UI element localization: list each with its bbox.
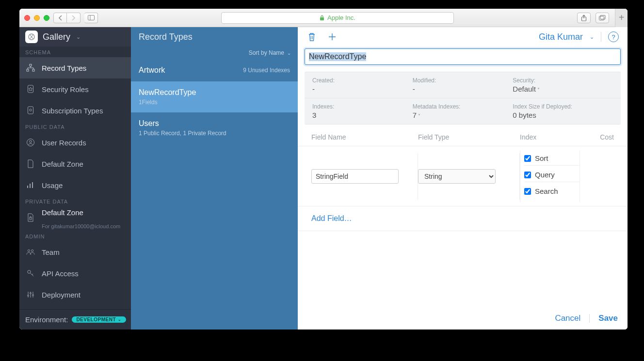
sliders-icon [26,291,35,298]
key-icon [26,269,35,277]
meta-value: - [413,85,513,93]
chart-icon [26,181,35,189]
svg-point-20 [32,250,33,251]
app-switcher[interactable]: Gallery ⌄ [19,27,131,47]
svg-rect-0 [88,16,94,20]
share-button[interactable] [577,13,591,23]
app-icon [25,31,38,43]
sort-label: Sort by Name [249,49,284,56]
add-field-button[interactable]: Add Field… [298,206,628,231]
svg-point-14 [30,141,32,143]
sidebar-item-record-types[interactable]: Record Types [19,57,131,78]
checkbox[interactable] [524,188,531,195]
hierarchy-icon [26,64,35,72]
index-search[interactable]: Search [524,187,580,198]
svg-rect-4 [599,16,604,20]
meta-label: Index Size if Deployed: [513,103,613,110]
record-type-name: NewRecordType [139,88,290,97]
sidebar-item-private-default-zone[interactable]: Default Zone For gitakumar10000@icloud.c… [19,206,131,231]
svg-rect-5 [600,15,605,19]
meta-block: Created: - Modified: - Security: Default… [305,72,621,125]
record-type-name: Artwork [139,66,165,75]
section-schema: SCHEMA [19,47,131,57]
index-query[interactable]: Query [524,171,580,182]
sidebar-item-label: Record Types [42,64,86,72]
chevron-down-icon: ⌄ [76,34,80,40]
window-controls [24,15,49,21]
sidebar-item-label: User Records [42,139,86,147]
delete-button[interactable] [306,32,317,42]
sidebar-item-label: API Access [42,269,79,278]
svg-rect-7 [30,64,32,66]
sidebar-item-user-records[interactable]: User Records [19,132,131,153]
section-public: PUBLIC DATA [19,121,131,132]
checkbox[interactable] [524,172,531,178]
security-dropdown[interactable]: Default [513,85,613,93]
record-types-column: Record Types Sort by Name ⌄ Artwork 9 Un… [131,27,298,330]
sidebar-item-deployment[interactable]: Deployment [19,284,131,305]
meta-value: 3 [312,111,413,119]
sidebar: Gallery ⌄ SCHEMA Record Types Security R… [19,27,131,330]
meta-label: Modified: [413,77,513,84]
cancel-button[interactable]: Cancel [555,314,580,323]
back-button[interactable] [53,13,67,23]
close-window[interactable] [24,15,30,21]
column-title: Record Types [131,27,298,47]
environment-pill[interactable]: DEVELOPMENT ⌄ [72,316,126,323]
meta-value: - [312,85,413,93]
zoom-window[interactable] [44,15,49,21]
col-index: Index [520,133,580,141]
chevron-down-icon: ⌄ [590,34,594,40]
user-menu[interactable]: Gita Kumar ⌄ ? [539,31,619,42]
sidebar-item-label: Default Zone [42,208,83,217]
footer: Cancel Save [298,307,628,330]
section-admin: ADMIN [19,231,131,241]
minimize-window[interactable] [34,15,40,21]
sidebar-item-label: Security Roles [42,85,89,94]
record-type-item-users[interactable]: Users 1 Public Record, 1 Private Record [131,112,298,143]
new-tab-button[interactable]: + [615,9,628,27]
help-button[interactable]: ? [608,31,619,42]
metadata-indexes-dropdown[interactable]: 7 [413,111,513,119]
record-name-wrap [298,48,628,65]
sidebar-item-label: Default Zone [42,160,83,168]
field-row: String Sort Query Search [298,146,628,206]
separator [589,314,590,323]
field-name-input[interactable] [311,169,399,184]
sidebar-item-label: Subscription Types [42,107,103,115]
checkbox[interactable] [524,155,531,162]
sidebar-item-api-access[interactable]: API Access [19,263,131,284]
svg-point-26 [30,293,32,294]
main-panel: Gita Kumar ⌄ ? Created: - Modified: [298,27,628,330]
save-button[interactable]: Save [598,314,618,323]
address-bar[interactable]: Apple Inc. [221,12,454,24]
section-private: PRIVATE DATA [19,196,131,206]
col-field-name: Field Name [311,133,418,141]
sort-control[interactable]: Sort by Name ⌄ [131,47,298,59]
sidebar-item-team[interactable]: Team [19,241,131,263]
forward-button[interactable] [67,13,80,23]
address-bar-wrap: Apple Inc. [102,12,573,24]
tabs-button[interactable] [596,13,609,23]
lock-icon [320,15,324,21]
user-icon [26,138,35,147]
locked-doc-icon [26,213,35,222]
sidebar-item-usage[interactable]: Usage [19,174,131,196]
sidebar-item-default-zone[interactable]: Default Zone [19,153,131,174]
add-button[interactable] [327,32,338,41]
col-field-type: Field Type [418,133,520,141]
record-type-item-newrecordtype[interactable]: NewRecordType 1Fields [131,81,298,112]
titlebar: Apple Inc. + [19,9,628,27]
user-name: Gita Kumar [539,32,583,42]
sidebar-toggle[interactable] [84,13,98,23]
field-type-select[interactable]: String [418,169,496,184]
meta-label: Indexes: [312,103,413,110]
separator [601,32,601,42]
sidebar-item-security-roles[interactable]: Security Roles [19,78,131,100]
index-sort[interactable]: Sort [524,154,580,166]
record-name-input[interactable] [305,48,621,65]
record-type-item-artwork[interactable]: Artwork 9 Unused Indexes [131,59,298,81]
address-label: Apple Inc. [327,14,355,21]
app: Gallery ⌄ SCHEMA Record Types Security R… [19,27,628,330]
sidebar-item-subscription-types[interactable]: Subscription Types [19,100,131,121]
